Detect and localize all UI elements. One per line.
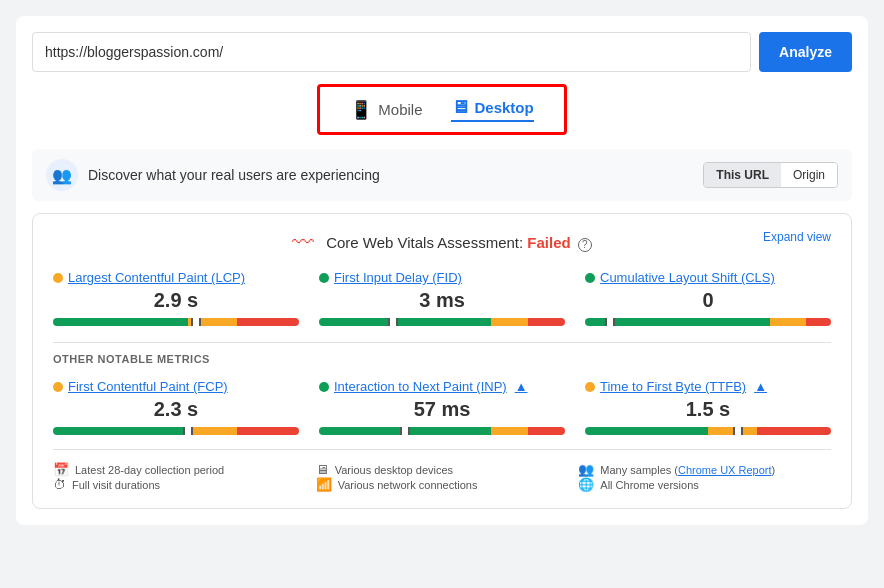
footer-item: 🖥Various desktop devices xyxy=(316,462,569,477)
mobile-tab-label: Mobile xyxy=(378,101,422,118)
footer-col-2: 🖥Various desktop devices📶Various network… xyxy=(316,462,569,492)
bar-green xyxy=(319,318,491,326)
mobile-icon: 📱 xyxy=(350,99,372,121)
progress-bar xyxy=(585,427,831,435)
metric-label[interactable]: Interaction to Next Paint (INP)▲ xyxy=(319,379,565,394)
metric-item: Interaction to Next Paint (INP)▲ 57 ms xyxy=(319,379,565,435)
cwv-status: Failed xyxy=(527,234,570,251)
metric-value: 2.3 s xyxy=(53,398,299,421)
desktop-icon: 🖥 xyxy=(451,97,469,118)
metric-item: Cumulative Layout Shift (CLS) 0 xyxy=(585,270,831,326)
bar-green xyxy=(585,427,708,435)
metric-item: Largest Contentful Paint (LCP) 2.9 s xyxy=(53,270,299,326)
other-metrics-grid: First Contentful Paint (FCP) 2.3 s Inter… xyxy=(53,379,831,435)
progress-marker xyxy=(183,427,193,435)
device-tabs-wrapper: 📱 Mobile 🖥 Desktop xyxy=(32,84,852,135)
bar-yellow xyxy=(770,318,807,326)
progress-bar xyxy=(319,318,565,326)
metric-dot xyxy=(585,382,595,392)
progress-bar xyxy=(585,318,831,326)
footer-item: 📶Various network connections xyxy=(316,477,569,492)
footer-icon: ⏱ xyxy=(53,477,66,492)
progress-marker xyxy=(191,318,201,326)
metric-label[interactable]: Cumulative Layout Shift (CLS) xyxy=(585,270,831,285)
metric-label[interactable]: Time to First Byte (TTFB)▲ xyxy=(585,379,831,394)
footer-text: Full visit durations xyxy=(72,479,160,491)
progress-marker xyxy=(733,427,743,435)
bar-yellow xyxy=(188,427,237,435)
metric-label[interactable]: Largest Contentful Paint (LCP) xyxy=(53,270,299,285)
cwv-title: Core Web Vitals Assessment: Failed ? xyxy=(326,234,592,252)
footer-text: Various desktop devices xyxy=(335,464,453,476)
footer-text: Many samples (Chrome UX Report) xyxy=(600,464,775,476)
footer-col-1: 📅Latest 28-day collection period⏱Full vi… xyxy=(53,462,306,492)
desktop-tab[interactable]: 🖥 Desktop xyxy=(451,97,534,122)
metric-dot xyxy=(53,273,63,283)
metric-dot xyxy=(53,382,63,392)
cwv-icon: 〰 xyxy=(292,230,314,256)
bar-yellow xyxy=(491,318,528,326)
metric-label[interactable]: First Input Delay (FID) xyxy=(319,270,565,285)
discover-text: Discover what your real users are experi… xyxy=(88,167,380,183)
main-container: Analyze 📱 Mobile 🖥 Desktop 👥 Discover wh… xyxy=(16,16,868,525)
footer-item: 👥Many samples (Chrome UX Report) xyxy=(578,462,831,477)
progress-bar xyxy=(53,427,299,435)
core-metrics-grid: Largest Contentful Paint (LCP) 2.9 s Fir… xyxy=(53,270,831,326)
footer-text: Various network connections xyxy=(338,479,478,491)
warning-icon: ▲ xyxy=(515,379,528,394)
origin-tab[interactable]: Origin xyxy=(781,163,837,187)
cwv-header: 〰 Core Web Vitals Assessment: Failed ? E… xyxy=(53,230,831,256)
metric-value: 3 ms xyxy=(319,289,565,312)
discover-icon: 👥 xyxy=(46,159,78,191)
metric-dot xyxy=(319,382,329,392)
progress-marker xyxy=(388,318,398,326)
footer-item: 🌐All Chrome versions xyxy=(578,477,831,492)
analyze-button[interactable]: Analyze xyxy=(759,32,852,72)
bar-red xyxy=(528,427,565,435)
metric-value: 2.9 s xyxy=(53,289,299,312)
url-origin-tabs: This URL Origin xyxy=(703,162,838,188)
bar-green xyxy=(53,427,188,435)
metric-value: 57 ms xyxy=(319,398,565,421)
footer-item: ⏱Full visit durations xyxy=(53,477,306,492)
metric-item: First Input Delay (FID) 3 ms xyxy=(319,270,565,326)
progress-marker xyxy=(605,318,615,326)
bar-red xyxy=(237,318,299,326)
footer-link[interactable]: Chrome UX Report xyxy=(678,464,772,476)
footer-icon: 📅 xyxy=(53,462,69,477)
mobile-tab[interactable]: 📱 Mobile xyxy=(350,99,422,121)
discover-left: 👥 Discover what your real users are expe… xyxy=(46,159,380,191)
footer-icon: 🖥 xyxy=(316,462,329,477)
cwv-info-icon[interactable]: ? xyxy=(578,238,592,252)
device-tabs: 📱 Mobile 🖥 Desktop xyxy=(317,84,566,135)
footer-item: 📅Latest 28-day collection period xyxy=(53,462,306,477)
footer-icon: 👥 xyxy=(578,462,594,477)
footer-text: Latest 28-day collection period xyxy=(75,464,224,476)
footer-col-3: 👥Many samples (Chrome UX Report)🌐All Chr… xyxy=(578,462,831,492)
metric-item: Time to First Byte (TTFB)▲ 1.5 s xyxy=(585,379,831,435)
bar-red xyxy=(806,318,831,326)
search-bar: Analyze xyxy=(32,32,852,72)
metric-dot xyxy=(319,273,329,283)
bar-red xyxy=(528,318,565,326)
progress-bar xyxy=(53,318,299,326)
footer-text: All Chrome versions xyxy=(600,479,698,491)
desktop-tab-label: Desktop xyxy=(475,99,534,116)
metric-value: 1.5 s xyxy=(585,398,831,421)
url-input[interactable] xyxy=(32,32,751,72)
bar-red xyxy=(237,427,299,435)
other-metrics-label: OTHER NOTABLE METRICS xyxy=(53,353,831,365)
bar-yellow xyxy=(491,427,528,435)
this-url-tab[interactable]: This URL xyxy=(704,163,781,187)
footer-grid: 📅Latest 28-day collection period⏱Full vi… xyxy=(53,449,831,492)
expand-view-link[interactable]: Expand view xyxy=(763,230,831,244)
footer-icon: 📶 xyxy=(316,477,332,492)
metric-dot xyxy=(585,273,595,283)
metric-label[interactable]: First Contentful Paint (FCP) xyxy=(53,379,299,394)
progress-bar xyxy=(319,427,565,435)
bar-green xyxy=(53,318,188,326)
metric-item: First Contentful Paint (FCP) 2.3 s xyxy=(53,379,299,435)
progress-marker xyxy=(400,427,410,435)
metric-value: 0 xyxy=(585,289,831,312)
bar-red xyxy=(757,427,831,435)
